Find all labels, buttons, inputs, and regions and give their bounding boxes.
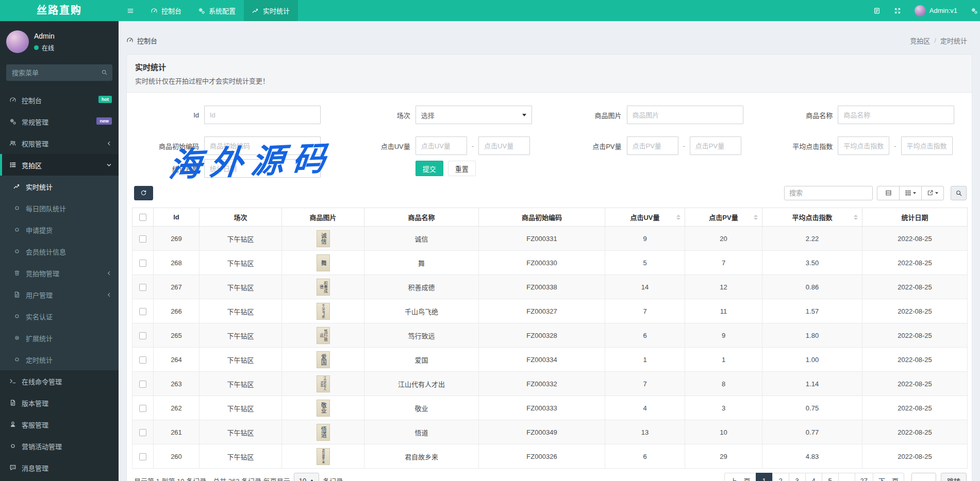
- page-button-2[interactable]: 2: [772, 473, 789, 481]
- sidebar-item-general-management[interactable]: 常规管理new: [0, 111, 119, 132]
- export-button[interactable]: [921, 186, 944, 200]
- sidebar-item-permission-management[interactable]: 权限管理: [0, 132, 119, 154]
- row-checkbox[interactable]: [139, 356, 146, 364]
- settings-button[interactable]: [964, 0, 980, 21]
- row-checkbox[interactable]: [139, 453, 146, 460]
- breadcrumb-section[interactable]: 竞拍区: [910, 36, 930, 45]
- row-checkbox[interactable]: [139, 405, 146, 412]
- product-thumbnail[interactable]: 君自故乡来: [317, 448, 330, 465]
- sidebar-item-message-management[interactable]: 消息管理: [0, 457, 119, 478]
- row-checkbox[interactable]: [139, 235, 146, 243]
- page-size-select[interactable]: 10: [294, 473, 319, 481]
- table-row[interactable]: 262下午钻区敬业敬业FZ000333430.752022-08-25: [132, 396, 968, 420]
- table-row[interactable]: 263下午钻区江山代有人才出江山代有人才出FZ000332781.142022-…: [132, 372, 968, 396]
- product-code-input[interactable]: [204, 136, 321, 155]
- product-thumbnail[interactable]: 千山鸟飞绝: [317, 303, 330, 320]
- sidebar-item-auction-item-management[interactable]: 竞拍物管理: [0, 262, 119, 284]
- next-page-button[interactable]: 下一页: [873, 473, 904, 481]
- sidebar-toggle-button[interactable]: [119, 0, 142, 21]
- brand-logo[interactable]: 丝路直购: [0, 0, 119, 21]
- table-row[interactable]: 260下午钻区君自故乡来君自故乡来FZ0003266294.832022-08-…: [132, 444, 968, 469]
- product-image-input[interactable]: [627, 106, 743, 124]
- advanced-search-button[interactable]: [951, 186, 967, 200]
- row-checkbox[interactable]: [139, 429, 146, 436]
- sidebar-item-auction-zone[interactable]: 竞拍区: [0, 154, 119, 176]
- ellipsis-page-button[interactable]: ...: [838, 473, 855, 481]
- page-jump-input[interactable]: [911, 473, 936, 481]
- table-row[interactable]: 268下午钻区舞舞FZ000330573.502022-08-25: [132, 251, 968, 275]
- sidebar-item-customer-service-management[interactable]: 客服管理: [0, 414, 119, 435]
- table-search-input[interactable]: [784, 186, 873, 200]
- sidebar-item-version-management[interactable]: 版本管理: [0, 392, 119, 414]
- pv-min-input[interactable]: [627, 136, 678, 155]
- avg-index-min-input[interactable]: [838, 136, 889, 155]
- product-thumbnail[interactable]: 悟道: [317, 424, 330, 441]
- row-checkbox[interactable]: [139, 260, 146, 267]
- sidebar-item-extended-stats[interactable]: 扩展统计: [0, 327, 119, 349]
- select-all-checkbox[interactable]: [139, 214, 146, 221]
- caret-up-icon: [310, 479, 314, 481]
- row-checkbox[interactable]: [139, 332, 146, 339]
- page-button-5[interactable]: 5: [822, 473, 839, 481]
- header-avg-index[interactable]: 平均点击指数: [762, 208, 862, 227]
- product-thumbnail[interactable]: 舞: [317, 254, 330, 271]
- page-jump-button[interactable]: 跳转: [941, 473, 967, 481]
- search-icon[interactable]: [101, 69, 108, 76]
- sidebar-item-timed-stats[interactable]: 定时统计: [0, 349, 119, 370]
- avatar[interactable]: [6, 30, 29, 53]
- refresh-button[interactable]: [134, 186, 153, 200]
- row-checkbox[interactable]: [139, 381, 146, 388]
- page-button-27[interactable]: 27: [855, 473, 873, 481]
- page-button-3[interactable]: 3: [789, 473, 806, 481]
- uv-max-input[interactable]: [478, 136, 530, 155]
- sidebar-item-dashboard[interactable]: 控制台hot: [0, 89, 119, 111]
- session-select[interactable]: 选择: [416, 106, 532, 124]
- stats-date-input[interactable]: [204, 159, 321, 178]
- header-uv[interactable]: 点击UV量: [605, 208, 685, 227]
- columns-button[interactable]: [899, 186, 922, 200]
- page-button-1[interactable]: 1: [756, 473, 773, 481]
- breadcrumb[interactable]: 控制台: [126, 36, 157, 45]
- card-view-button[interactable]: [877, 186, 900, 200]
- row-checkbox[interactable]: [139, 308, 146, 315]
- product-thumbnail[interactable]: 敬业: [317, 400, 330, 417]
- prev-page-button[interactable]: 上一页: [724, 473, 756, 481]
- page-button-4[interactable]: 4: [805, 473, 822, 481]
- sidebar-item-marketing-activity-management[interactable]: 营销活动管理: [0, 435, 119, 457]
- submit-button[interactable]: 提交: [416, 161, 443, 176]
- table-row[interactable]: 261下午钻区悟道悟道FZ00034913100.772022-08-25: [132, 420, 968, 444]
- row-checkbox[interactable]: [139, 284, 146, 291]
- product-thumbnail[interactable]: 积善成德: [317, 279, 330, 296]
- sidebar-item-user-management[interactable]: 用户管理: [0, 284, 119, 305]
- sidebar-item-member-stats-info[interactable]: 会员统计信息: [0, 240, 119, 262]
- table-row[interactable]: 264下午钻区爱国爱国FZ000334111.002022-08-25: [132, 348, 968, 372]
- menu-search-input[interactable]: [6, 64, 112, 81]
- product-thumbnail[interactable]: 江山代有人才出: [317, 375, 330, 392]
- product-thumbnail[interactable]: 笃行致远: [317, 327, 330, 344]
- product-thumbnail[interactable]: 诚信: [317, 230, 330, 247]
- nav-dashboard[interactable]: 控制台: [142, 0, 190, 21]
- avg-index-max-input[interactable]: [901, 136, 953, 155]
- sidebar-item-online-command-management[interactable]: 在线命令管理: [0, 370, 119, 392]
- table-row[interactable]: 269下午钻区诚信诚信FZ0003319202.222022-08-25: [132, 227, 968, 251]
- table-row[interactable]: 266下午钻区千山鸟飞绝千山鸟飞绝FZ0003277111.572022-08-…: [132, 299, 968, 323]
- nav-system-config[interactable]: 系统配置: [190, 0, 244, 21]
- nav-realtime-stats[interactable]: 实时统计: [244, 0, 298, 21]
- header-pv[interactable]: 点击PV量: [685, 208, 762, 227]
- sidebar-item-realname-auth[interactable]: 实名认证: [0, 305, 119, 327]
- table-row[interactable]: 265下午钻区笃行致远笃行致远FZ000328691.802022-08-25: [132, 323, 968, 348]
- product-thumbnail[interactable]: 爱国: [317, 351, 330, 368]
- sidebar-item-daily-team-stats[interactable]: 每日团队统计: [0, 197, 119, 219]
- id-input[interactable]: [204, 106, 321, 124]
- user-menu[interactable]: Admin:v1: [908, 0, 964, 21]
- document-panel-button[interactable]: [867, 0, 887, 21]
- pv-max-input[interactable]: [690, 136, 741, 155]
- table-row[interactable]: 267下午钻区积善成德积善成德FZ00033814120.862022-08-2…: [132, 275, 968, 299]
- sidebar-item-pickup-apply[interactable]: 申请提货: [0, 219, 119, 240]
- reset-button[interactable]: 重置: [448, 161, 476, 176]
- product-name-input[interactable]: [838, 106, 954, 124]
- fullscreen-button[interactable]: [887, 0, 908, 21]
- terminal-icon: [9, 377, 16, 385]
- sidebar-item-realtime-stats[interactable]: 实时统计: [0, 176, 119, 197]
- uv-min-input[interactable]: [416, 136, 467, 155]
